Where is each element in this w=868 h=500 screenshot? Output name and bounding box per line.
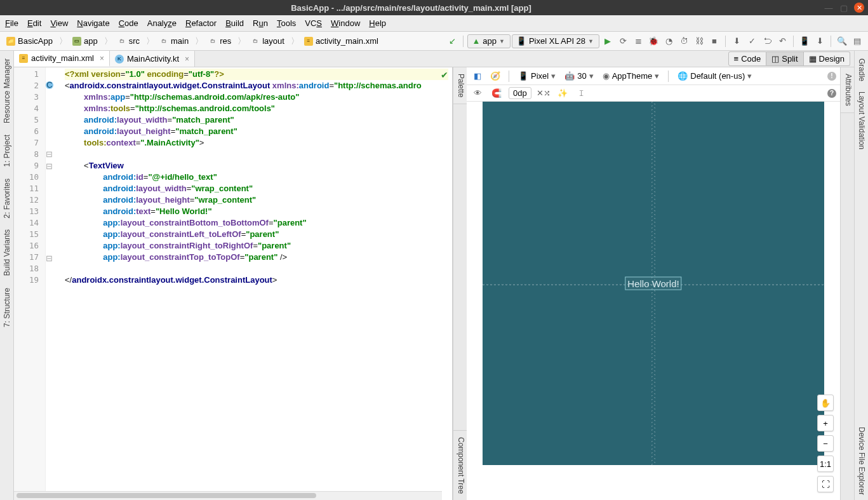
inspection-ok-icon: ✔ xyxy=(441,70,448,80)
zoom-fit-button[interactable]: ⛶ xyxy=(817,476,834,492)
issues-icon[interactable]: ! xyxy=(827,72,836,81)
chevron-down-icon: ▾ xyxy=(589,71,594,81)
menu-refactor[interactable]: Refactor xyxy=(185,18,217,28)
view-mode-code[interactable]: ≡Code xyxy=(728,51,767,66)
attach-debugger-icon[interactable]: ⛓ xyxy=(692,34,706,48)
device-icon: 📱 xyxy=(516,36,526,46)
tab-activity-main[interactable]: ≡ activity_main.xml × xyxy=(14,51,110,67)
device-selector[interactable]: 📱Pixel XL API 28▼ xyxy=(512,34,599,48)
design-preview-pane: ◧ 🧭 📱Pixel ▾ 🤖30 ▾ ◉AppTheme ▾ 🌐Default … xyxy=(467,67,854,500)
minimize-button[interactable]: — xyxy=(824,3,834,13)
tool-favorites[interactable]: 2: Favorites xyxy=(3,173,11,224)
zoom-out-button[interactable]: − xyxy=(817,435,834,452)
run-config-selector[interactable]: ▲app▼ xyxy=(467,34,511,48)
stop-button[interactable]: ■ xyxy=(707,34,721,48)
apply-code-changes-icon[interactable]: ≣ xyxy=(631,34,645,48)
chevron-down-icon: ▼ xyxy=(499,38,505,44)
run-button[interactable]: ▶ xyxy=(601,34,615,48)
code-content[interactable]: <?xml version="1.0" encoding="utf-8"?> <… xyxy=(61,67,452,500)
right-tool-strip: Gradle Layout Validation Device File Exp… xyxy=(854,51,868,500)
component-tree-tab[interactable]: Component Tree xyxy=(453,430,467,500)
tool-project[interactable]: 1: Project xyxy=(3,130,11,172)
tool-gradle[interactable]: Gradle xyxy=(857,53,866,86)
profile-icon[interactable]: ⏱ xyxy=(677,34,691,48)
menu-file[interactable]: File xyxy=(5,18,18,28)
view-mode-split[interactable]: ◫Split xyxy=(766,51,803,66)
menu-window[interactable]: Window xyxy=(331,18,360,28)
crumb-res[interactable]: 🗀res〉 xyxy=(206,34,248,48)
tool-device-file-explorer[interactable]: Device File Explorer xyxy=(857,422,866,500)
line-gutter: 12345678910111213141516171819 xyxy=(14,67,46,500)
view-options-icon[interactable]: 👁 xyxy=(471,86,484,100)
avd-manager-icon[interactable]: 📱 xyxy=(798,34,811,48)
design-icon: ▦ xyxy=(809,54,817,64)
menu-help[interactable]: Help xyxy=(369,18,386,28)
crumb-layout[interactable]: 🗀layout〉 xyxy=(248,34,302,48)
textview-hello-text[interactable]: Hello World! xyxy=(625,277,681,290)
menu-code[interactable]: Code xyxy=(119,18,138,28)
xml-file-icon: ≡ xyxy=(19,54,28,63)
crumb-main[interactable]: 🗀main〉 xyxy=(157,34,206,48)
tool-resource-manager[interactable]: Resource Manager xyxy=(3,53,11,128)
palette-tab[interactable]: Palette xyxy=(453,67,467,104)
help-icon[interactable]: ? xyxy=(827,89,836,98)
vcs-revert-icon[interactable]: ↶ xyxy=(775,34,789,48)
guidelines-icon[interactable]: 𝙸 xyxy=(575,86,589,100)
design-surface-icon[interactable]: ◧ xyxy=(471,69,484,83)
chevron-down-icon: ▾ xyxy=(655,71,659,81)
sync-gradle-icon[interactable]: ↙ xyxy=(445,34,459,48)
theme-combo[interactable]: ◉AppTheme ▾ xyxy=(600,70,662,82)
coverage-icon[interactable]: ◔ xyxy=(662,34,676,48)
api-combo[interactable]: 🤖30 ▾ xyxy=(562,70,596,82)
class-gutter-icon[interactable]: C xyxy=(46,81,53,89)
zoom-controls: ✋ + − 1:1 ⛶ xyxy=(817,395,834,492)
menu-run[interactable]: Run xyxy=(253,18,268,28)
menu-navigate[interactable]: Navigate xyxy=(77,18,109,28)
crumb-project[interactable]: 📁BasicApp〉 xyxy=(4,34,70,48)
tool-build-variants[interactable]: Build Variants xyxy=(3,224,11,281)
code-editor[interactable]: ✔ 12345678910111213141516171819 C⊟⊟⊟ <?x… xyxy=(14,67,453,500)
tool-structure[interactable]: 7: Structure xyxy=(3,283,11,332)
close-tab-icon[interactable]: × xyxy=(185,55,189,64)
crumb-src[interactable]: 🗀src〉 xyxy=(115,34,157,48)
vcs-update-icon[interactable]: ⬇ xyxy=(730,34,744,48)
close-tab-icon[interactable]: × xyxy=(100,54,104,63)
apply-changes-icon[interactable]: ⟳ xyxy=(616,34,630,48)
menu-edit[interactable]: Edit xyxy=(27,18,41,28)
menu-vcs[interactable]: VCS xyxy=(305,18,322,28)
menu-view[interactable]: View xyxy=(50,18,68,28)
tool-layout-validation[interactable]: Layout Validation xyxy=(857,86,866,154)
vcs-history-icon[interactable]: ⮌ xyxy=(760,34,774,48)
default-margins[interactable]: 0dp xyxy=(509,87,531,99)
clear-constraints-icon[interactable]: ✕⤭ xyxy=(537,86,551,100)
menu-build[interactable]: Build xyxy=(225,18,244,28)
menu-analyze[interactable]: Analyze xyxy=(147,18,177,28)
view-mode-design[interactable]: ▦Design xyxy=(804,51,850,66)
close-button[interactable]: ✕ xyxy=(854,3,864,13)
device-surface[interactable]: Hello World! xyxy=(483,102,824,465)
crumb-file[interactable]: ≡activity_main.xml xyxy=(302,35,381,47)
settings-icon[interactable]: ▤ xyxy=(850,34,864,48)
magnet-icon[interactable]: 🧲 xyxy=(490,86,504,100)
crumb-app[interactable]: ▭app〉 xyxy=(70,34,115,48)
pan-button[interactable]: ✋ xyxy=(817,395,834,411)
vcs-commit-icon[interactable]: ✓ xyxy=(745,34,759,48)
sdk-manager-icon[interactable]: ⬇ xyxy=(813,34,827,48)
search-everywhere-icon[interactable]: 🔍 xyxy=(835,34,849,48)
locale-combo[interactable]: 🌐Default (en-us) ▾ xyxy=(675,70,754,82)
orientation-icon[interactable]: 🧭 xyxy=(488,69,502,83)
zoom-reset-button[interactable]: 1:1 xyxy=(817,456,834,472)
menu-tools[interactable]: Tools xyxy=(277,18,296,28)
horizontal-scrollbar[interactable] xyxy=(14,491,442,500)
infer-constraints-icon[interactable]: ✨ xyxy=(556,86,570,100)
attributes-sidebar: Attributes xyxy=(840,67,854,500)
attributes-tab[interactable]: Attributes xyxy=(841,67,854,113)
tab-main-activity[interactable]: K MainActivity.kt × xyxy=(110,51,195,67)
design-canvas[interactable]: Hello World! ✋ + − 1:1 ⛶ xyxy=(467,102,840,500)
debug-button[interactable]: 🐞 xyxy=(646,34,660,48)
tab-label: MainActivity.kt xyxy=(127,54,179,64)
toolbar-separator xyxy=(463,36,464,47)
zoom-in-button[interactable]: + xyxy=(817,415,834,431)
maximize-button[interactable]: ▢ xyxy=(839,3,849,13)
device-combo[interactable]: 📱Pixel ▾ xyxy=(516,70,558,82)
